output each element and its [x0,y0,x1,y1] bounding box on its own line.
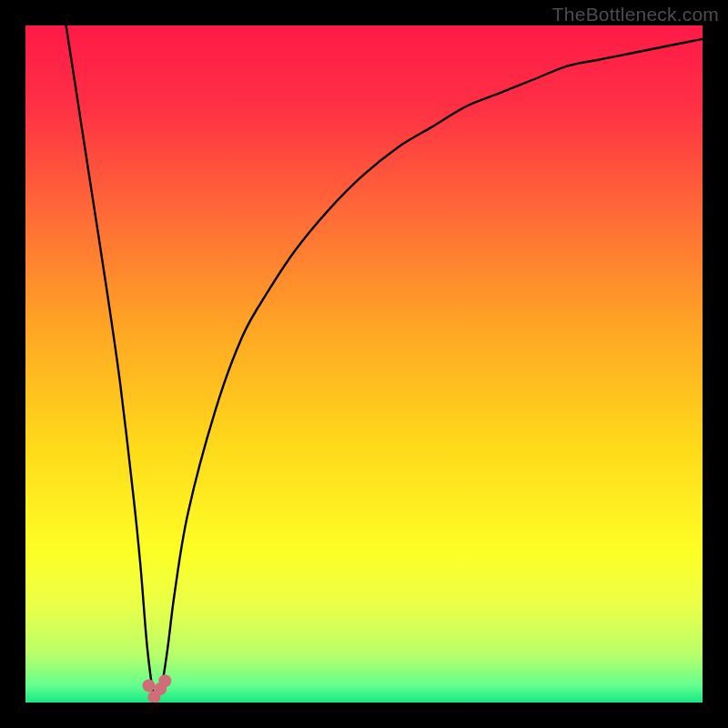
chart-frame: TheBottleneck.com [0,0,728,728]
minimum-marker [142,679,155,692]
watermark-text: TheBottleneck.com [552,4,719,25]
plot-area [25,25,703,703]
curve-layer [25,25,703,703]
minimum-marker [158,674,171,687]
minimum-markers [142,674,171,703]
bottleneck-curve [66,25,703,699]
